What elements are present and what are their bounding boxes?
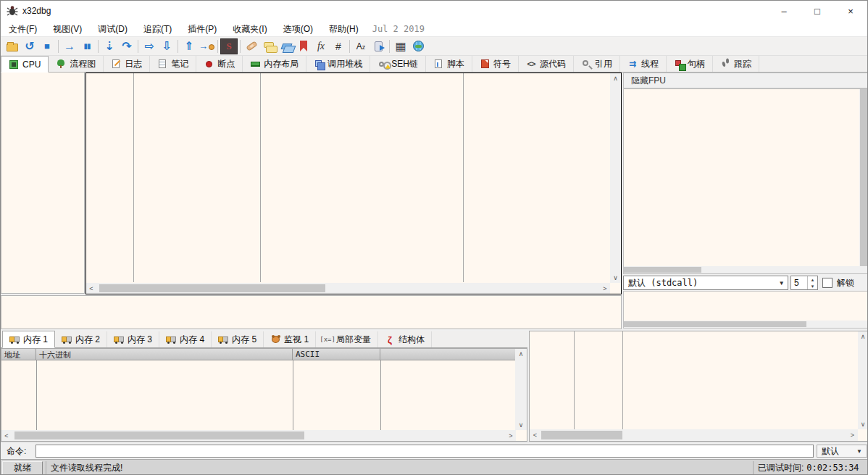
column-divider[interactable]: [293, 360, 293, 430]
registers-view[interactable]: [623, 88, 868, 274]
column-header-ascii[interactable]: ASCII: [293, 349, 380, 360]
scroll-left-button[interactable]: <: [1, 430, 12, 441]
scroll-down-button[interactable]: ∨: [515, 420, 527, 430]
tab-breakpoints[interactable]: 断点: [196, 56, 243, 72]
tab-threads[interactable]: ⇉线程: [620, 56, 667, 72]
disassembly-sidebar[interactable]: [1, 73, 85, 294]
crc-hash-button[interactable]: #: [330, 38, 347, 54]
stop-button[interactable]: ■: [38, 38, 56, 54]
execute-till-return-button[interactable]: ⇨: [141, 38, 158, 54]
scroll-left-button[interactable]: <: [530, 429, 541, 441]
scroll-down-button[interactable]: ∨: [610, 273, 621, 283]
column-divider[interactable]: [36, 360, 37, 430]
labels-button[interactable]: [277, 38, 295, 54]
hide-fpu-button[interactable]: 隐藏FPU: [623, 73, 868, 88]
menu-favourites[interactable]: 收藏夹(I): [225, 21, 275, 37]
tab-locals[interactable]: [x=]局部变量: [316, 331, 378, 347]
step-over-button[interactable]: ↷: [118, 38, 135, 54]
strings-button[interactable]: Az: [352, 38, 370, 54]
minimize-button[interactable]: –: [767, 1, 801, 21]
tab-dump-2[interactable]: 内存 2: [55, 331, 107, 347]
website-button[interactable]: [409, 38, 427, 54]
column-divider[interactable]: [463, 73, 464, 282]
tab-notes[interactable]: 笔记: [150, 56, 196, 72]
run-button[interactable]: →: [61, 38, 78, 54]
arguments-horizontal-scrollbar[interactable]: [624, 321, 868, 328]
scroll-right-button[interactable]: >: [847, 429, 858, 441]
scrollbar-thumb[interactable]: [541, 431, 622, 439]
tab-dump-4[interactable]: 内存 4: [159, 331, 212, 347]
tab-dump-5[interactable]: 内存 5: [212, 331, 264, 347]
registers-vertical-scrollbar[interactable]: [859, 89, 868, 266]
tab-log[interactable]: 日志: [104, 56, 150, 72]
patches-button[interactable]: [243, 38, 260, 54]
tab-handles[interactable]: 句柄: [667, 56, 713, 72]
spin-down-button[interactable]: ▼: [808, 283, 817, 289]
open-file-button[interactable]: [4, 38, 21, 54]
scroll-up-button[interactable]: ∧: [858, 331, 868, 342]
comments-button[interactable]: [260, 38, 277, 54]
scrollbar-thumb[interactable]: [14, 431, 304, 439]
column-header-hex[interactable]: 十六进制: [36, 349, 293, 360]
arguments-view[interactable]: [623, 291, 868, 329]
tab-trace[interactable]: 跟踪: [713, 56, 759, 72]
argument-depth-spinner[interactable]: 5 ▲ ▼: [790, 276, 818, 290]
dump-vertical-scrollbar[interactable]: ∧ ∨: [515, 349, 527, 430]
disasm-vertical-scrollbar[interactable]: ∧ ∨: [610, 73, 621, 283]
functions-button[interactable]: fx: [312, 38, 330, 54]
dump-horizontal-scrollbar[interactable]: < >: [1, 430, 516, 441]
command-input[interactable]: [36, 445, 814, 458]
maximize-button[interactable]: □: [801, 1, 834, 21]
tab-graph[interactable]: 流程图: [49, 56, 104, 72]
disassembly-view[interactable]: ∧ ∨ < >: [85, 73, 622, 294]
disasm-horizontal-scrollbar[interactable]: < >: [86, 283, 610, 294]
column-divider[interactable]: [622, 331, 623, 429]
tab-cpu[interactable]: CPU: [1, 56, 49, 73]
stack-vertical-scrollbar[interactable]: ∧ ∨: [858, 331, 868, 429]
pause-button[interactable]: ▮▮: [78, 38, 96, 54]
stack-horizontal-scrollbar[interactable]: < >: [530, 429, 858, 441]
step-into-button[interactable]: ⇣: [101, 38, 118, 54]
menu-file[interactable]: 文件(F): [1, 21, 45, 37]
tab-struct[interactable]: ζ结构体: [378, 331, 432, 347]
command-profile-select[interactable]: 默认 ▼: [817, 445, 867, 458]
scrollbar-thumb[interactable]: [624, 267, 701, 273]
menu-trace[interactable]: 追踪(T): [135, 21, 180, 37]
close-button[interactable]: ×: [834, 1, 867, 21]
unlock-checkbox[interactable]: [822, 278, 832, 288]
tab-source[interactable]: <>源代码: [519, 56, 574, 72]
stack-view[interactable]: ∧ ∨ < >: [529, 331, 868, 442]
calling-convention-select[interactable]: 默认 (stdcall) ▼: [623, 276, 788, 290]
modules-button[interactable]: [370, 38, 387, 54]
scroll-right-button[interactable]: >: [600, 283, 610, 294]
column-divider[interactable]: [260, 73, 261, 282]
run-to-user-code-button[interactable]: →: [198, 38, 215, 54]
tab-references[interactable]: 引用: [574, 56, 620, 72]
tab-memory-map[interactable]: 内存布局: [243, 56, 306, 72]
column-divider[interactable]: [380, 360, 381, 430]
registers-horizontal-scrollbar[interactable]: [624, 266, 868, 273]
tab-symbols[interactable]: 符号: [472, 56, 519, 72]
scrollbar-thumb[interactable]: [624, 321, 806, 327]
spin-up-button[interactable]: ▲: [808, 276, 817, 283]
scroll-up-button[interactable]: ∧: [515, 349, 527, 359]
column-header-address[interactable]: 地址: [1, 349, 36, 360]
scroll-right-button[interactable]: >: [506, 430, 516, 441]
tab-watch-1[interactable]: 监视 1: [264, 331, 316, 347]
column-header-empty[interactable]: [380, 349, 516, 360]
tab-dump-1[interactable]: 内存 1: [2, 331, 55, 348]
memory-dump-view[interactable]: 地址 十六进制 ASCII ∧ ∨ < >: [1, 348, 527, 442]
scroll-down-button[interactable]: ∨: [858, 419, 868, 429]
menu-debug[interactable]: 调试(D): [90, 21, 135, 37]
menu-options[interactable]: 选项(O): [275, 21, 321, 37]
scroll-left-button[interactable]: <: [86, 283, 96, 294]
scrollbar-thumb[interactable]: [99, 284, 325, 292]
scylla-button[interactable]: S: [220, 38, 238, 54]
step-down-button[interactable]: ⇩: [158, 38, 175, 54]
tab-dump-3[interactable]: 内存 3: [107, 331, 159, 347]
column-divider[interactable]: [133, 73, 134, 282]
menu-view[interactable]: 视图(V): [45, 21, 90, 37]
calculator-button[interactable]: ▦: [392, 38, 409, 54]
tab-script[interactable]: 脚本: [426, 56, 472, 72]
run-till-return-button[interactable]: ⇑: [180, 38, 198, 54]
